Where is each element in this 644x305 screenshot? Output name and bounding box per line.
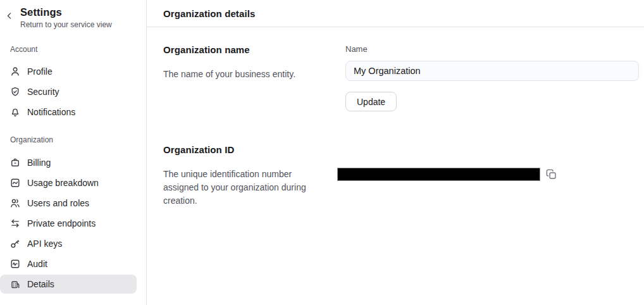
organization-id-row: Organization ID The unique identificatio…	[163, 144, 639, 208]
sidebar-title-block: Settings Return to your service view	[20, 4, 112, 30]
page-title: Settings	[20, 6, 112, 18]
sidebar-item-audit[interactable]: Audit	[0, 254, 137, 274]
details-content: Organization name The name of your busin…	[147, 27, 644, 208]
arrows-left-right-icon	[10, 218, 20, 228]
sidebar-item-details[interactable]: Details	[0, 275, 137, 294]
sidebar-item-notifications[interactable]: Notifications	[0, 102, 137, 122]
section-label-organization: Organization	[0, 135, 146, 144]
organization-name-heading: Organization name	[163, 44, 345, 56]
pulse-square-icon	[10, 259, 20, 269]
organization-id-value-row	[337, 168, 639, 181]
name-field-label: Name	[345, 44, 639, 54]
settings-sidebar: Settings Return to your service view Acc…	[0, 0, 147, 305]
bell-icon	[10, 107, 20, 117]
back-button[interactable]	[3, 9, 16, 22]
details-header: Organization details	[147, 0, 644, 27]
sidebar-item-label: Usage breakdown	[27, 178, 99, 188]
name-input[interactable]	[345, 61, 639, 81]
organization-id-value-area	[345, 144, 639, 208]
back-link-label[interactable]: Return to your service view	[20, 20, 112, 30]
users-icon	[10, 198, 20, 208]
sidebar-header: Settings Return to your service view	[0, 0, 146, 30]
sidebar-item-billing[interactable]: Billing	[0, 152, 137, 173]
sidebar-item-label: Users and roles	[27, 198, 89, 208]
update-button[interactable]: Update	[345, 92, 397, 111]
organization-name-form: Name Update	[345, 44, 639, 111]
sidebar-item-label: Details	[27, 279, 54, 289]
sidebar-item-label: Billing	[27, 158, 51, 168]
details-panel: Organization details Organization name T…	[147, 0, 644, 305]
sidebar-item-label: Audit	[27, 259, 47, 269]
settings-app: Settings Return to your service view Acc…	[0, 0, 644, 305]
sidebar-item-security[interactable]: Security	[0, 82, 137, 102]
organization-id-description: The unique identification number assigne…	[163, 168, 323, 208]
chevron-left-icon	[5, 11, 14, 20]
sidebar-item-profile[interactable]: Profile	[0, 61, 137, 82]
sidebar-item-api-keys[interactable]: API keys	[0, 233, 137, 254]
organization-id-heading: Organization ID	[163, 144, 345, 156]
billing-box-icon	[10, 158, 20, 168]
organization-name-description: The name of your business entity.	[163, 68, 323, 81]
sidebar-item-usage-breakdown[interactable]: Usage breakdown	[0, 173, 137, 193]
organization-id-info: Organization ID The unique identificatio…	[163, 144, 345, 208]
sidebar-item-private-endpoints[interactable]: Private endpoints	[0, 213, 137, 233]
sidebar-item-label: Private endpoints	[27, 218, 96, 228]
copy-button[interactable]	[545, 169, 557, 180]
building-icon	[10, 279, 20, 289]
copy-icon	[546, 169, 557, 180]
sidebar-item-label: API keys	[27, 239, 62, 249]
user-icon	[10, 66, 20, 77]
sidebar-item-label: Security	[27, 87, 59, 97]
details-title: Organization details	[163, 8, 255, 19]
sidebar-item-label: Profile	[27, 66, 53, 77]
key-icon	[10, 239, 20, 249]
sidebar-item-label: Notifications	[27, 107, 75, 117]
organization-name-info: Organization name The name of your busin…	[163, 44, 345, 111]
sidebar-item-users-and-roles[interactable]: Users and roles	[0, 193, 137, 213]
organization-id-redacted-value	[337, 168, 540, 181]
section-label-account: Account	[0, 45, 146, 54]
chart-wave-icon	[10, 178, 20, 188]
organization-name-row: Organization name The name of your busin…	[163, 44, 639, 111]
shield-check-icon	[10, 87, 20, 97]
